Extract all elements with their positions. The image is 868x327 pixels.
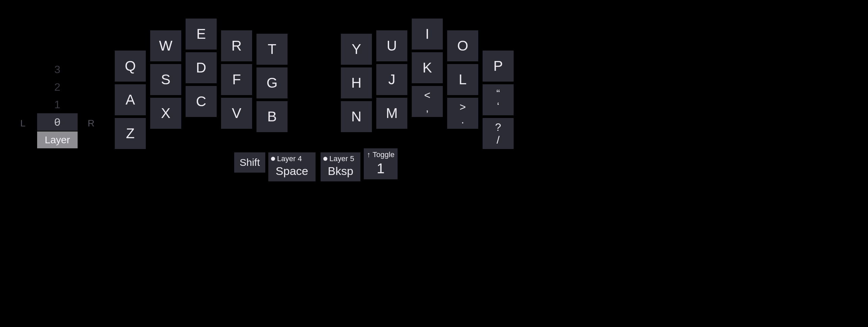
key-backspace-label: Bksp [321, 163, 360, 181]
key-x[interactable]: X [150, 98, 181, 129]
key-slash-base: / [497, 135, 500, 145]
key-m[interactable]: M [376, 98, 407, 129]
key-backspace[interactable]: Layer 5 Bksp [321, 152, 360, 181]
key-y[interactable]: Y [341, 34, 372, 65]
key-f[interactable]: F [221, 64, 252, 95]
key-p[interactable]: P [483, 51, 514, 82]
key-r[interactable]: R [221, 30, 252, 61]
layer-selector: 3 2 1 0 Layer L R [37, 61, 78, 148]
hold-dot-icon [271, 157, 275, 161]
key-toggle-label: Toggle [373, 150, 395, 159]
layer-3[interactable]: 3 [37, 61, 78, 78]
key-space[interactable]: Layer 4 Space [268, 152, 316, 181]
key-toggle-top: ↑ Toggle [364, 148, 398, 159]
left-hand-label: L [20, 118, 26, 129]
key-space-top: Layer 4 [268, 152, 316, 163]
key-o[interactable]: O [447, 30, 478, 61]
key-t[interactable]: T [256, 34, 288, 65]
layer-label: Layer [37, 131, 78, 148]
right-hand-label: R [88, 118, 94, 129]
key-h[interactable]: H [341, 67, 372, 98]
layer-1[interactable]: 1 [37, 96, 78, 113]
key-comma-shift: < [424, 90, 431, 100]
key-c[interactable]: C [186, 86, 217, 117]
key-n[interactable]: N [341, 101, 372, 132]
key-v[interactable]: V [221, 98, 252, 129]
arrow-up-icon: ↑ [367, 150, 371, 159]
key-space-label: Space [268, 163, 316, 181]
key-g[interactable]: G [256, 67, 288, 98]
key-z[interactable]: Z [115, 118, 146, 149]
key-quote[interactable]: “ ‘ [483, 84, 514, 115]
key-quote-base: ‘ [497, 101, 499, 112]
key-slash-shift: ? [495, 122, 501, 132]
key-comma-base: , [426, 102, 429, 113]
key-e[interactable]: E [186, 19, 217, 50]
key-b[interactable]: B [256, 101, 288, 132]
key-u[interactable]: U [376, 30, 407, 61]
key-comma[interactable]: < , [412, 86, 443, 117]
key-shift[interactable]: Shift [234, 152, 265, 173]
key-slash[interactable]: ? / [483, 118, 514, 149]
key-a[interactable]: A [115, 84, 146, 115]
key-toggle-layer-1[interactable]: ↑ Toggle 1 [364, 148, 398, 179]
key-d[interactable]: D [186, 52, 217, 83]
key-backspace-top: Layer 5 [321, 152, 360, 163]
key-toggle-value: 1 [364, 159, 398, 180]
key-period-base: . [461, 114, 464, 125]
key-j[interactable]: J [376, 64, 407, 95]
key-period[interactable]: > . [447, 98, 478, 129]
key-period-shift: > [460, 101, 466, 112]
key-s[interactable]: S [150, 64, 181, 95]
key-quote-shift: “ [496, 88, 500, 99]
key-l[interactable]: L [447, 64, 478, 95]
key-k[interactable]: K [412, 52, 443, 83]
layer-0[interactable]: 0 [37, 113, 78, 131]
key-w[interactable]: W [150, 30, 181, 61]
layer-2[interactable]: 2 [37, 78, 78, 96]
key-i[interactable]: I [412, 19, 443, 50]
keyboard-layout: 3 2 1 0 Layer L R Q A Z W S X E D C R F … [0, 0, 868, 327]
hold-dot-icon [323, 157, 327, 161]
key-q[interactable]: Q [115, 51, 146, 82]
key-space-layer-label: Layer 4 [277, 154, 302, 163]
key-backspace-layer-label: Layer 5 [329, 154, 354, 163]
